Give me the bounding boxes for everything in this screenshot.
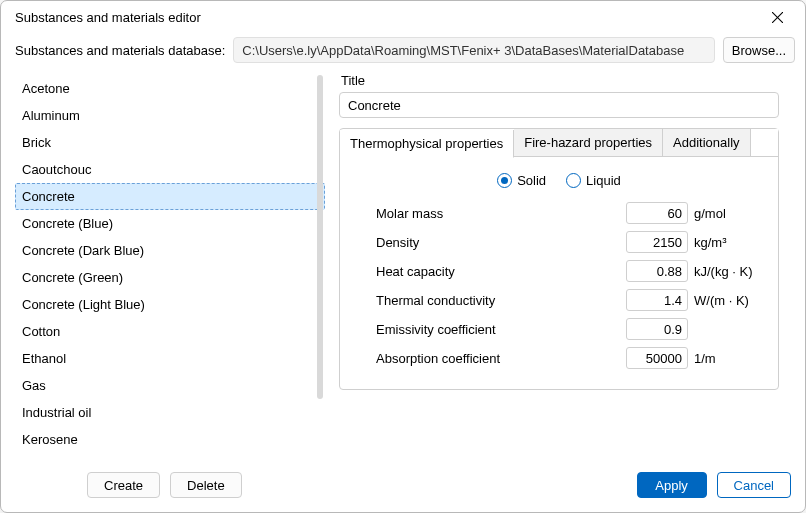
footer-left: Create Delete [87, 472, 242, 498]
materials-scrollbar-thumb[interactable] [317, 75, 323, 399]
row-absorption: Absorption coefficient 1/m [376, 347, 758, 369]
unit-thermal-conductivity: W/(m · K) [688, 293, 758, 308]
list-item[interactable]: Acetone [15, 75, 325, 102]
row-molar-mass: Molar mass g/mol [376, 202, 758, 224]
body: AcetoneAluminumBrickCaoutchoucConcreteCo… [1, 73, 805, 462]
radio-solid-label: Solid [517, 173, 546, 188]
close-button[interactable] [757, 3, 797, 31]
label-absorption: Absorption coefficient [376, 351, 626, 366]
label-heat-capacity: Heat capacity [376, 264, 626, 279]
unit-absorption: 1/m [688, 351, 758, 366]
database-path-label: Substances and materials database: [15, 43, 225, 58]
create-button[interactable]: Create [87, 472, 160, 498]
radio-solid-icon [497, 173, 512, 188]
browse-button[interactable]: Browse... [723, 37, 795, 63]
tabs-filler [751, 129, 778, 157]
footer-right: Apply Cancel [637, 472, 791, 498]
materials-scrollbar[interactable] [315, 75, 325, 457]
editor-window: Substances and materials editor Substanc… [0, 0, 806, 513]
tab-body: Solid Liquid Molar mass g/mol [340, 157, 778, 389]
input-absorption[interactable] [626, 347, 688, 369]
titlebar: Substances and materials editor [1, 1, 805, 33]
input-emissivity[interactable] [626, 318, 688, 340]
radio-liquid-icon [566, 173, 581, 188]
row-emissivity: Emissivity coefficient [376, 318, 758, 340]
label-density: Density [376, 235, 626, 250]
radio-solid[interactable]: Solid [497, 173, 546, 188]
database-path-row: Substances and materials database: Brows… [1, 33, 805, 73]
window-title: Substances and materials editor [15, 10, 201, 25]
unit-heat-capacity: kJ/(kg · K) [688, 264, 758, 279]
materials-list-wrap: AcetoneAluminumBrickCaoutchoucConcreteCo… [15, 73, 325, 462]
input-density[interactable] [626, 231, 688, 253]
radio-liquid-label: Liquid [586, 173, 621, 188]
row-thermal-conductivity: Thermal conductivity W/(m · K) [376, 289, 758, 311]
input-molar-mass[interactable] [626, 202, 688, 224]
list-item[interactable]: Ethanol [15, 345, 325, 372]
tab-thermophysical[interactable]: Thermophysical properties [340, 130, 514, 158]
list-item[interactable]: Caoutchouc [15, 156, 325, 183]
row-density: Density kg/m³ [376, 231, 758, 253]
apply-button[interactable]: Apply [637, 472, 707, 498]
phase-radio-group: Solid Liquid [360, 173, 758, 188]
row-heat-capacity: Heat capacity kJ/(kg · K) [376, 260, 758, 282]
label-thermal-conductivity: Thermal conductivity [376, 293, 626, 308]
footer: Create Delete Apply Cancel [1, 462, 805, 512]
tabs-container: Thermophysical properties Fire-hazard pr… [339, 128, 779, 390]
tab-fire-hazard[interactable]: Fire-hazard properties [514, 129, 663, 157]
radio-liquid[interactable]: Liquid [566, 173, 621, 188]
list-item[interactable]: Linen [15, 453, 325, 462]
label-molar-mass: Molar mass [376, 206, 626, 221]
close-icon [772, 12, 783, 23]
list-item[interactable]: Aluminum [15, 102, 325, 129]
input-thermal-conductivity[interactable] [626, 289, 688, 311]
list-item[interactable]: Concrete (Dark Blue) [15, 237, 325, 264]
tabs-strip: Thermophysical properties Fire-hazard pr… [340, 129, 778, 157]
list-item[interactable]: Brick [15, 129, 325, 156]
cancel-button[interactable]: Cancel [717, 472, 791, 498]
list-item[interactable]: Concrete (Green) [15, 264, 325, 291]
list-item[interactable]: Concrete (Blue) [15, 210, 325, 237]
title-label: Title [339, 73, 795, 92]
list-item[interactable]: Concrete [15, 183, 325, 210]
delete-button[interactable]: Delete [170, 472, 242, 498]
unit-molar-mass: g/mol [688, 206, 758, 221]
database-path-input[interactable] [233, 37, 715, 63]
list-item[interactable]: Kerosene [15, 426, 325, 453]
tab-additionally[interactable]: Additionally [663, 129, 751, 157]
details-panel: Title Thermophysical properties Fire-haz… [333, 73, 795, 462]
list-item[interactable]: Gas [15, 372, 325, 399]
materials-list-scroll[interactable]: AcetoneAluminumBrickCaoutchoucConcreteCo… [15, 73, 325, 462]
list-item[interactable]: Concrete (Light Blue) [15, 291, 325, 318]
properties-table: Molar mass g/mol Density kg/m³ Heat capa… [360, 202, 758, 369]
list-item[interactable]: Industrial oil [15, 399, 325, 426]
label-emissivity: Emissivity coefficient [376, 322, 626, 337]
materials-panel: AcetoneAluminumBrickCaoutchoucConcreteCo… [15, 73, 325, 462]
input-heat-capacity[interactable] [626, 260, 688, 282]
list-item[interactable]: Cotton [15, 318, 325, 345]
materials-list: AcetoneAluminumBrickCaoutchoucConcreteCo… [15, 73, 325, 462]
unit-density: kg/m³ [688, 235, 758, 250]
title-input[interactable] [339, 92, 779, 118]
